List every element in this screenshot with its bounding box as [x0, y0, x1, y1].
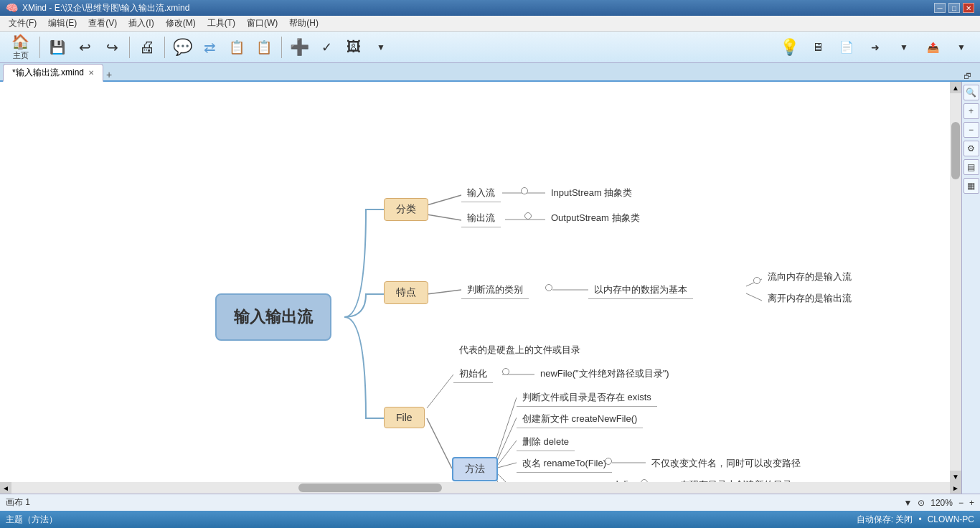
paste-button[interactable]: 📋 [251, 34, 277, 60]
circle-4 [753, 277, 760, 284]
rp-settings-button[interactable]: ⚙ [963, 141, 979, 156]
leaf-inputstream: InputStream 抽象类 [545, 184, 638, 202]
horizontal-scrollbar[interactable]: ◄ ► [0, 482, 961, 494]
leaf-input-flow: 流向内存的是输入流 [762, 268, 857, 286]
h-scroll-thumb[interactable] [298, 484, 442, 492]
zoom-increase[interactable]: + [969, 498, 974, 508]
svg-line-7 [746, 293, 762, 301]
rp-panel-button2[interactable]: ▦ [963, 178, 979, 194]
svg-line-15 [495, 475, 517, 482]
print-button[interactable]: 🖨 [134, 34, 160, 60]
svg-line-10 [495, 397, 517, 462]
image-button[interactable]: 🖼 [341, 34, 367, 60]
menu-edit[interactable]: 编辑(E) [42, 16, 83, 31]
leaf-outputstream: OutputStream 抽象类 [545, 209, 646, 227]
leaf-mkdir-desc: 在现有目录上创建新的目录 [674, 476, 798, 482]
leaf-renameto-desc: 不仅改变文件名，同时可以改变路径 [646, 455, 806, 472]
close-button[interactable]: ✕ [963, 3, 974, 13]
autosave-label: 自动保存: 关闭 [857, 514, 913, 526]
branch-file[interactable]: File [384, 407, 425, 428]
copy-button[interactable]: 📋 [224, 34, 250, 60]
computer-name: CLOWN-PC [928, 514, 974, 524]
image-dropdown[interactable]: ▼ [368, 34, 394, 60]
scroll-left-button[interactable]: ◄ [0, 482, 11, 494]
home-button[interactable]: 🏠 主页 [6, 32, 35, 62]
zoom-decrease[interactable]: − [958, 498, 963, 508]
toolbar-separator-4 [281, 37, 282, 58]
svg-line-9 [427, 374, 453, 408]
leaf-createnewfile: 创建新文件 createNewFile() [517, 410, 643, 428]
export-dropdown[interactable]: ▼ [948, 34, 974, 60]
view-button2[interactable]: 📄 [834, 34, 859, 60]
toolbar-separator-3 [164, 37, 165, 58]
canvas[interactable]: 输入输出流 分类 输入流 InputStream 抽象类 输出流 OutputS… [0, 82, 950, 482]
restore-button[interactable]: 🗗 [963, 72, 971, 80]
theme-label: 主题（方法） [6, 514, 57, 526]
undo-button[interactable]: ↩ [72, 34, 98, 60]
filter-icon[interactable]: ▼ [903, 498, 912, 508]
branch-fangfa-text: 方法 [465, 463, 485, 474]
tab-mindmap[interactable]: *输入输出流.xmind ✕ [3, 64, 103, 82]
central-node[interactable]: 输入输出流 [215, 293, 331, 341]
menu-view[interactable]: 查看(V) [83, 16, 123, 31]
toolbar: 🏠 主页 💾 ↩ ↪ 🖨 💬 ⇄ 📋 📋 ➕ ✓ 🖼 ▼ 💡 🖥 📄 ➜ ▼ 📤… [0, 32, 980, 63]
scroll-down-button[interactable]: ▼ [950, 471, 961, 482]
svg-line-1 [427, 214, 461, 220]
leaf-memory-base: 以内存中的数据为基本 [588, 281, 693, 299]
scroll-right-button[interactable]: ► [950, 482, 961, 494]
view-button1[interactable]: 🖥 [805, 34, 831, 60]
export-button[interactable]: 📤 [920, 34, 946, 60]
arrow-button[interactable]: ➜ [862, 34, 888, 60]
svg-line-13 [495, 463, 517, 468]
branch-file-text: File [396, 412, 413, 423]
rp-zoom-out-button[interactable]: − [963, 122, 979, 138]
svg-line-11 [495, 418, 517, 466]
minimize-button[interactable]: ─ [934, 3, 946, 13]
branch-fenlei[interactable]: 分类 [384, 198, 428, 221]
menu-insert[interactable]: 插入(I) [123, 16, 159, 31]
leaf-exists: 判断文件或目录是否存在 exists [517, 389, 657, 407]
leaf-judge-type: 判断流的类别 [461, 281, 529, 299]
v-scroll-thumb[interactable] [951, 122, 960, 179]
rp-panel-button1[interactable]: ▤ [963, 159, 979, 175]
toolbar-right: 💡 🖥 📄 ➜ ▼ 📤 ▼ [776, 34, 974, 60]
menu-tools[interactable]: 工具(T) [202, 16, 241, 31]
add-button[interactable]: ➕ [286, 34, 312, 60]
home-icon: 🏠 [11, 33, 29, 50]
tab-label: *输入输出流.xmind [12, 67, 84, 79]
circle-3 [545, 284, 552, 291]
branch-fangfa[interactable]: 方法 [452, 457, 498, 481]
redo-button[interactable]: ↪ [99, 34, 125, 60]
branch-fenlei-text: 分类 [396, 203, 416, 214]
notes-button[interactable]: 💬 [169, 34, 195, 60]
arrow-dropdown[interactable]: ▼ [891, 34, 917, 60]
toolbar-separator-1 [39, 37, 40, 58]
menu-modify[interactable]: 修改(M) [160, 16, 202, 31]
status-right: ▼ ⊙ 120% − + [903, 498, 974, 508]
window-controls[interactable]: ─ □ ✕ [934, 3, 974, 13]
svg-line-0 [427, 195, 461, 205]
menu-file[interactable]: 文件(F) [3, 16, 42, 31]
tab-bar: *输入输出流.xmind ✕ + 🗗 [0, 63, 980, 82]
leaf-represents: 代表的是硬盘上的文件或目录 [453, 341, 586, 359]
app-icon: 🧠 [6, 2, 18, 14]
menu-help[interactable]: 帮助(H) [283, 16, 324, 31]
svg-line-8 [427, 418, 452, 468]
menu-window[interactable]: 窗口(W) [241, 16, 283, 31]
maximize-button[interactable]: □ [948, 3, 960, 13]
scroll-up-button[interactable]: ▲ [950, 82, 961, 93]
branch-tedian[interactable]: 特点 [384, 281, 428, 304]
canvas-scroll: 输入输出流 分类 输入流 InputStream 抽象类 输出流 OutputS… [0, 82, 961, 482]
check-button[interactable]: ✓ [314, 34, 339, 60]
save-button[interactable]: 💾 [44, 34, 70, 60]
tab-close-button[interactable]: ✕ [88, 69, 94, 77]
tab-add-button[interactable]: + [106, 69, 112, 80]
zoom-level: 120% [930, 498, 953, 508]
canvas-area: 输入输出流 分类 输入流 InputStream 抽象类 输出流 OutputS… [0, 82, 961, 494]
rp-zoom-in-button[interactable]: + [963, 103, 979, 119]
swap-button[interactable]: ⇄ [197, 34, 222, 60]
circle-1 [521, 187, 528, 194]
vertical-scrollbar[interactable]: ▲ ▼ [950, 82, 961, 482]
rp-search-button[interactable]: 🔍 [963, 85, 979, 100]
lightbulb-button[interactable]: 💡 [776, 34, 802, 60]
